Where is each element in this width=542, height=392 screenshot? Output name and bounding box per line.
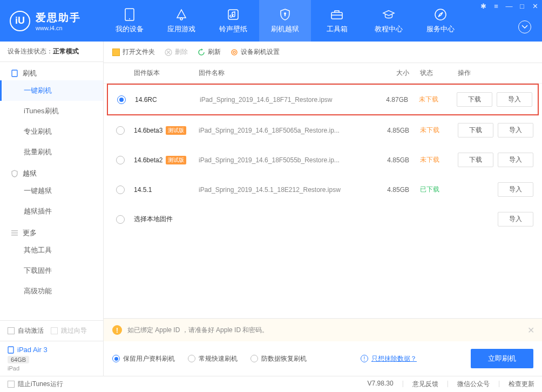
firmware-size: 4.85GB [366,156,409,164]
auto-activate-checkbox[interactable]: 自动激活 [8,327,44,334]
main-panel: 打开文件夹 删除 刷新 设备刷机设置 固件版本 固件名称 大小 状态 操作 14… [104,42,542,376]
col-status: 状态 [409,68,447,78]
local-firmware-row[interactable]: 选择本地固件 导入 [107,204,539,234]
refresh-button[interactable]: 刷新 [198,47,221,57]
firmware-row[interactable]: 14.5.1 iPad_Spring_2019_14.5.1_18E212_Re… [107,175,539,204]
info-icon: ! [361,355,368,362]
import-button[interactable]: 导入 [498,212,533,226]
option-anti-recovery[interactable]: 防数据恢复刷机 [250,354,307,363]
tab-service[interactable]: 服务中心 [415,0,466,42]
open-folder-button[interactable]: 打开文件夹 [112,47,155,57]
firmware-size: 4.87GB [365,96,408,104]
nav-tabs: 我的设备 应用游戏 铃声壁纸 刷机越狱 工具箱 教程中心 服务中心 [104,0,466,42]
feedback-link[interactable]: 意见反馈 [412,380,438,389]
svg-rect-6 [331,12,342,19]
firmware-row[interactable]: 14.6beta2 测试版 iPad_Spring_2019_14.6_18F5… [107,145,539,175]
download-button[interactable]: 下载 [458,123,493,137]
import-button[interactable]: 导入 [498,123,533,137]
close-icon[interactable]: ✕ [531,2,539,10]
apps-icon [175,8,188,21]
firmware-version: 选择本地固件 [128,215,199,224]
firmware-version: 14.6RC [130,96,200,104]
radio-button[interactable] [117,95,126,104]
sidebar-section-flash: 刷机 [0,62,103,80]
sidebar: 设备连接状态：正常模式 刷机 一键刷机 iTunes刷机 专业刷机 批量刷机 越… [0,42,104,376]
check-update-link[interactable]: 检查更新 [509,380,534,389]
svg-point-17 [232,50,237,55]
firmware-list: 14.6RC iPad_Spring_2019_14.6_18F71_Resto… [104,84,542,234]
statusbar: 阻止iTunes运行 V7.98.30| 意见反馈| 微信公众号| 检查更新 [0,376,542,392]
radio-button[interactable] [116,215,125,224]
sidebar-item-advanced[interactable]: 高级功能 [0,281,103,301]
svg-rect-13 [8,347,13,353]
flash-now-button[interactable]: 立即刷机 [471,349,533,368]
radio-button[interactable] [116,185,125,194]
sidebar-item-download-firmware[interactable]: 下载固件 [0,260,103,281]
dropdown-button[interactable] [518,20,531,33]
skip-wizard-checkbox[interactable]: 跳过向导 [51,327,87,334]
firmware-status: 未下载 [408,95,446,104]
firmware-name: iPad_Spring_2019_14.6_18F71_Restore.ipsw [200,96,365,104]
option-keep-data[interactable]: 保留用户资料刷机 [112,354,175,363]
connection-status: 设备连接状态：正常模式 [0,42,103,62]
device-name[interactable]: iPad Air 3 [8,346,96,354]
tab-flash-jailbreak[interactable]: 刷机越狱 [259,0,311,42]
col-name: 固件名称 [199,68,366,78]
maximize-icon[interactable]: □ [518,2,526,10]
logo-area: iU 爱思助手 www.i4.cn [0,11,104,31]
firmware-status: 未下载 [409,126,447,135]
firmware-status: 未下载 [409,155,447,164]
firmware-row[interactable]: 14.6beta3 测试版 iPad_Spring_2019_14.6_18F5… [107,115,539,145]
minimize-icon[interactable]: — [505,2,513,10]
app-subtitle: www.i4.cn [36,25,81,31]
svg-rect-5 [284,14,286,16]
menu-icon[interactable]: ≡ [492,2,500,10]
block-itunes-checkbox[interactable]: 阻止iTunes运行 [8,380,63,389]
tab-ringtones[interactable]: 铃声壁纸 [207,0,259,42]
skin-icon[interactable]: ✱ [479,2,487,10]
sidebar-item-other-tools[interactable]: 其他工具 [0,240,103,260]
toolbox-icon [330,8,343,21]
app-logo-icon: iU [10,11,30,31]
tab-toolbox[interactable]: 工具箱 [311,0,363,42]
tab-my-device[interactable]: 我的设备 [104,0,155,42]
settings-button[interactable]: 设备刷机设置 [231,47,280,57]
app-title: 爱思助手 [36,11,81,25]
import-button[interactable]: 导入 [498,182,533,197]
radio-button[interactable] [116,156,125,164]
window-controls: ✱ ≡ — □ ✕ [479,2,539,10]
more-section-icon [11,229,18,237]
sidebar-item-oneclick-flash[interactable]: 一键刷机 [0,80,103,101]
svg-rect-9 [12,70,17,77]
col-version: 固件版本 [128,68,199,78]
import-button[interactable]: 导入 [498,153,533,167]
sidebar-item-itunes-flash[interactable]: iTunes刷机 [0,101,103,121]
device-capacity: 64GB [8,356,29,363]
delete-button[interactable]: 删除 [165,47,188,57]
col-action: 操作 [447,68,533,78]
sidebar-item-batch-flash[interactable]: 批量刷机 [0,142,103,162]
erase-data-link[interactable]: 只想抹除数据？ [371,354,417,363]
sidebar-item-pro-flash[interactable]: 专业刷机 [0,121,103,142]
tablet-icon [8,346,14,354]
radio-button[interactable] [116,126,125,135]
beta-badge: 测试版 [166,156,186,164]
device-icon [123,8,136,21]
download-button[interactable]: 下载 [458,153,493,167]
firmware-name: iPad_Spring_2019_14.6_18F5055b_Restore.i… [199,156,366,164]
tab-tutorials[interactable]: 教程中心 [363,0,415,42]
import-button[interactable]: 导入 [497,92,532,107]
wechat-link[interactable]: 微信公众号 [457,380,490,389]
music-icon [227,8,240,21]
download-button[interactable]: 下载 [457,92,492,107]
sidebar-item-oneclick-jailbreak[interactable]: 一键越狱 [0,181,103,201]
sidebar-section-jailbreak: 越狱 [0,162,103,181]
alert-close-icon[interactable]: ✕ [527,325,534,335]
firmware-row[interactable]: 14.6RC iPad_Spring_2019_14.6_18F71_Resto… [107,84,539,115]
firmware-version: 14.5.1 [128,186,199,194]
sidebar-item-jailbreak-plugins[interactable]: 越狱插件 [0,201,103,222]
folder-icon [112,49,120,56]
tab-apps[interactable]: 应用游戏 [155,0,207,42]
device-type: iPad [8,365,96,372]
option-normal-flash[interactable]: 常规快速刷机 [188,354,238,363]
